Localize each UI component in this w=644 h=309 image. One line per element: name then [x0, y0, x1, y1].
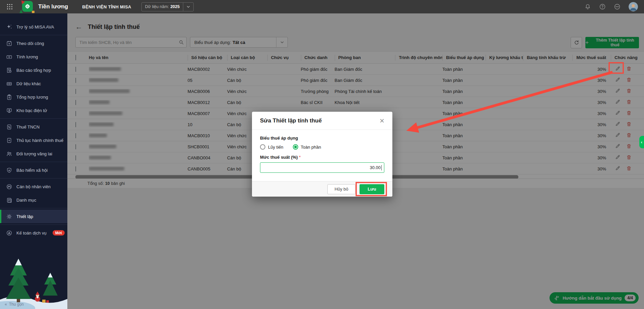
sidebar-item-label: Tổng hợp lương — [16, 95, 48, 100]
app-grid-icon[interactable] — [6, 3, 13, 10]
calendar-icon — [6, 40, 12, 47]
year-selector[interactable]: Dữ liệu năm: 2025 — [141, 2, 194, 11]
sidebar-item-tinh-luong[interactable]: Tính lương — [0, 50, 67, 63]
document-plus-icon — [6, 137, 12, 144]
more-options-icon[interactable] — [614, 3, 621, 10]
radio-selected-icon — [293, 144, 298, 150]
sidebar-item-label: Tính lương — [16, 54, 38, 59]
sidebar-item-label: Thiết lập — [16, 214, 33, 219]
sidebar-item-tro-ly-so-misa-ava[interactable]: Trợ lý số MISA AVA — [0, 20, 67, 34]
app-root: Tiền lương BỆNH VIỆN TỈNH MISA Dữ liệu n… — [0, 0, 644, 309]
sidebar-item-label: Đối tượng vãng lai — [16, 151, 52, 156]
sidebar-item-theo-doi-cong[interactable]: Theo dõi công — [0, 37, 67, 50]
list-icon — [6, 197, 12, 203]
sidebar-item-label: Dữ liệu khác — [16, 81, 41, 86]
new-badge: Mới — [53, 230, 65, 236]
cancel-button[interactable]: Hủy bỏ — [327, 184, 356, 194]
sidebar: Trợ lý số MISA AVA Theo dõi công Tính lư… — [0, 13, 67, 309]
logo-gift — [32, 11, 35, 13]
radio-label: Lũy tiến — [268, 145, 283, 150]
radio-option-toan-phan[interactable]: Toàn phần — [293, 144, 321, 150]
document-percent-icon — [6, 124, 12, 130]
gear-icon — [6, 213, 12, 220]
sidebar-item-bao-cao-tong-hop[interactable]: Báo cáo tổng hợp — [0, 63, 67, 77]
tax-rate-input[interactable] — [260, 162, 384, 173]
sidebar-divider — [0, 35, 67, 35]
sidebar-divider — [0, 224, 67, 225]
sidebar-item-tong-hop-luong[interactable]: Tổng hợp lương — [0, 90, 67, 104]
sidebar-item-can-bo-nhan-vien[interactable]: Cán bộ nhân viên — [0, 180, 67, 193]
tax-schedule-radio-group: Lũy tiến Toàn phần — [260, 144, 384, 150]
sidebar-item-label: Bảo hiểm xã hội — [16, 168, 48, 173]
sidebar-item-thue-tncn[interactable]: Thuế TNCN — [0, 120, 67, 134]
sidebar-item-doi-tuong-vang-lai[interactable]: Đối tượng vãng lai — [0, 147, 67, 160]
year-selector-value: 2025 — [170, 4, 183, 9]
sparkle-icon — [6, 24, 12, 30]
app-title: Tiền lương — [38, 3, 68, 10]
sidebar-item-label: Danh mục — [16, 198, 36, 203]
sidebar-divider — [0, 118, 67, 119]
radio-unselected-icon — [260, 144, 265, 150]
sidebar-item-thiet-lap[interactable]: Thiết lập — [0, 210, 67, 223]
clipboard-icon — [6, 94, 12, 100]
org-name: BỆNH VIỆN TỈNH MISA — [82, 4, 131, 9]
tax-schedule-label: Biểu thuế áp dụng — [260, 136, 384, 141]
edit-tax-setting-modal: Sửa Thiết lập tính thuế × Biểu thuế áp d… — [252, 112, 392, 197]
required-asterisk: * — [299, 155, 301, 160]
sidebar-item-label: Kho bạc điện tử — [16, 108, 47, 113]
help-icon[interactable] — [599, 3, 606, 10]
notification-bell-icon[interactable] — [584, 3, 591, 10]
sidebar-item-label: Theo dõi công — [16, 41, 44, 46]
close-icon[interactable]: × — [380, 117, 384, 125]
collapse-label: Thu gọn — [9, 302, 24, 307]
people-icon — [6, 151, 12, 157]
banknote-icon — [6, 81, 12, 87]
topbar: Tiền lương BỆNH VIỆN TỈNH MISA Dữ liệu n… — [0, 0, 644, 13]
christmas-decoration — [0, 249, 67, 309]
sidebar-item-bao-hiem-xa-hoi[interactable]: Bảo hiểm xã hội — [0, 163, 67, 177]
shield-icon — [6, 167, 12, 173]
monitor-money-icon — [6, 107, 12, 114]
sidebar-divider — [0, 162, 67, 162]
sidebar-collapse-button[interactable]: « Thu gọn — [5, 302, 24, 307]
modal-title: Sửa Thiết lập tính thuế — [260, 117, 322, 124]
compass-icon — [6, 230, 12, 236]
text-cursor — [381, 165, 382, 170]
radio-option-luy-tien[interactable]: Lũy tiến — [260, 144, 283, 150]
sidebar-item-du-lieu-khac[interactable]: Dữ liệu khác — [0, 77, 67, 90]
sidebar-item-thu-tuc-hanh-chinh-thue[interactable]: Thủ tục hành chính thuế — [0, 134, 67, 147]
sidebar-item-label: Kế toán dịch vụ — [16, 230, 47, 236]
sidebar-item-label: Cán bộ nhân viên — [16, 184, 51, 189]
year-selector-label: Dữ liệu năm: — [142, 4, 171, 9]
panel-expand-tab[interactable]: ‹ — [639, 136, 644, 148]
collapse-icon: « — [5, 302, 7, 307]
report-icon — [6, 67, 12, 73]
avatar[interactable] — [629, 2, 638, 11]
chevron-down-icon — [183, 5, 193, 9]
misa-logo — [21, 1, 34, 12]
sidebar-item-label: Thuế TNCN — [16, 124, 40, 130]
rate-label: Mức thuế suất (%) * — [260, 155, 384, 160]
sidebar-item-label: Thủ tục hành chính thuế — [16, 138, 63, 143]
sidebar-item-danh-muc[interactable]: Danh mục — [0, 193, 67, 207]
save-button[interactable]: Lưu — [360, 184, 384, 194]
sidebar-item-ke-toan-dich-vu[interactable]: Kế toán dịch vụ Mới — [0, 226, 67, 240]
people-circle-icon — [6, 184, 12, 190]
sidebar-item-label: Trợ lý số MISA AVA — [16, 24, 54, 30]
money-icon — [6, 54, 12, 60]
sidebar-item-kho-bac-dien-tu[interactable]: Kho bạc điện tử — [0, 104, 67, 117]
sidebar-divider — [0, 178, 67, 178]
radio-label: Toàn phần — [301, 145, 321, 150]
sidebar-divider — [0, 208, 67, 208]
sidebar-item-label: Báo cáo tổng hợp — [16, 68, 51, 73]
